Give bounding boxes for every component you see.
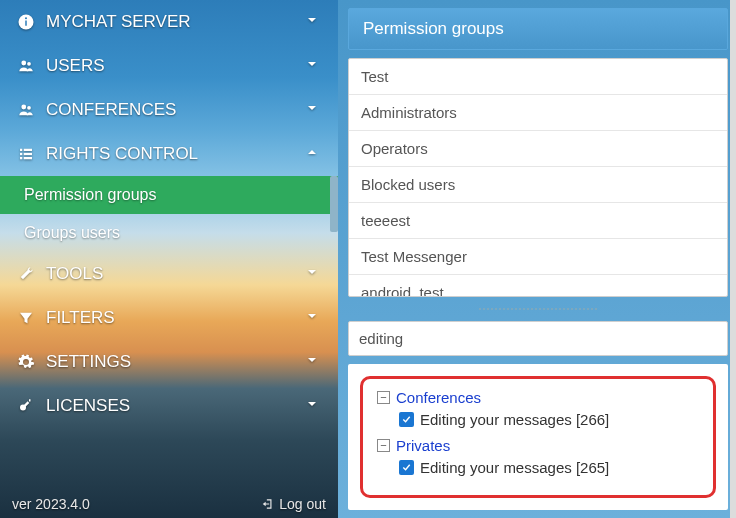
wrench-icon — [14, 265, 38, 283]
info-icon — [14, 13, 38, 31]
users-icon — [14, 101, 38, 119]
users-icon — [14, 57, 38, 75]
tree-group-label[interactable]: Conferences — [396, 389, 481, 406]
chevron-down-icon — [304, 100, 324, 120]
nav-label: RIGHTS CONTROL — [46, 144, 198, 164]
chevron-down-icon — [304, 264, 324, 284]
svg-rect-9 — [20, 153, 22, 155]
nav-filters[interactable]: FILTERS — [0, 296, 338, 340]
nav-rights-control[interactable]: RIGHTS CONTROL — [0, 132, 338, 176]
nav-label: TOOLS — [46, 264, 103, 284]
nav-label: MYCHAT SERVER — [46, 12, 191, 32]
chevron-down-icon — [304, 396, 324, 416]
chevron-down-icon — [304, 308, 324, 328]
chevron-down-icon — [304, 352, 324, 372]
group-row[interactable]: Blocked users — [349, 167, 727, 203]
group-row[interactable]: Operators — [349, 131, 727, 167]
group-row[interactable]: Test Messenger — [349, 239, 727, 275]
list-icon — [14, 145, 38, 163]
tree-item-label: Editing your messages [265] — [420, 459, 609, 476]
highlight-box: − Conferences Editing your messages [266… — [360, 376, 716, 498]
key-icon — [14, 397, 38, 415]
tree-item[interactable]: Editing your messages [265] — [399, 456, 699, 479]
nav-users[interactable]: USERS — [0, 44, 338, 88]
nav-rights-sub: Permission groups Groups users — [0, 176, 338, 252]
svg-point-6 — [27, 106, 31, 110]
resize-handle[interactable] — [348, 305, 728, 313]
group-row[interactable]: Test — [349, 59, 727, 95]
main-content: Permission groups Test Administrators Op… — [338, 0, 736, 518]
group-row[interactable]: Administrators — [349, 95, 727, 131]
nav-settings[interactable]: SETTINGS — [0, 340, 338, 384]
nav-conferences[interactable]: CONFERENCES — [0, 88, 338, 132]
group-row[interactable]: android_test — [349, 275, 727, 297]
version-label: ver 2023.4.0 — [12, 496, 90, 512]
right-scrollbar[interactable] — [730, 0, 736, 518]
collapse-icon[interactable]: − — [377, 391, 390, 404]
tree-item[interactable]: Editing your messages [266] — [399, 408, 699, 431]
nav-mychat-server[interactable]: MYCHAT SERVER — [0, 0, 338, 44]
sub-scrollbar[interactable] — [330, 176, 338, 232]
svg-rect-1 — [25, 21, 27, 26]
sidebar-footer: ver 2023.4.0 Log out — [0, 488, 338, 518]
collapse-icon[interactable]: − — [377, 439, 390, 452]
sidebar-nav: MYCHAT SERVER USERS CONFERENCES RIGHTS C… — [0, 0, 338, 488]
sidebar: MYCHAT SERVER USERS CONFERENCES RIGHTS C… — [0, 0, 338, 518]
sub-groups-users[interactable]: Groups users — [0, 214, 338, 252]
nav-label: SETTINGS — [46, 352, 131, 372]
chevron-down-icon — [304, 12, 324, 32]
checkbox-checked-icon[interactable] — [399, 460, 414, 475]
svg-point-5 — [21, 105, 26, 110]
tree-group-privates: − Privates Editing your messages [265] — [377, 435, 699, 479]
svg-rect-11 — [20, 157, 22, 159]
checkbox-checked-icon[interactable] — [399, 412, 414, 427]
logout-label: Log out — [279, 496, 326, 512]
logout-icon — [261, 497, 275, 511]
permissions-tree: − Conferences Editing your messages [266… — [348, 364, 728, 510]
filter-icon — [14, 309, 38, 327]
tree-group-label[interactable]: Privates — [396, 437, 450, 454]
chevron-up-icon — [304, 144, 324, 164]
svg-point-4 — [27, 62, 31, 66]
panel-header: Permission groups — [348, 8, 728, 50]
nav-tools[interactable]: TOOLS — [0, 252, 338, 296]
svg-rect-14 — [23, 401, 29, 407]
group-row[interactable]: teeeest — [349, 203, 727, 239]
tree-group-conferences: − Conferences Editing your messages [266… — [377, 387, 699, 431]
svg-rect-10 — [24, 153, 32, 155]
nav-label: LICENSES — [46, 396, 130, 416]
sub-permission-groups[interactable]: Permission groups — [0, 176, 338, 214]
gear-icon — [14, 353, 38, 371]
tree-item-label: Editing your messages [266] — [420, 411, 609, 428]
svg-rect-12 — [24, 157, 32, 159]
nav-label: CONFERENCES — [46, 100, 176, 120]
search-input[interactable] — [359, 330, 717, 347]
svg-point-3 — [21, 61, 26, 66]
nav-label: USERS — [46, 56, 105, 76]
groups-list: Test Administrators Operators Blocked us… — [348, 58, 728, 297]
search-box[interactable] — [348, 321, 728, 356]
svg-rect-7 — [20, 149, 22, 151]
nav-label: FILTERS — [46, 308, 115, 328]
svg-point-2 — [25, 17, 27, 19]
logout-link[interactable]: Log out — [261, 496, 326, 512]
svg-rect-15 — [29, 399, 31, 401]
chevron-down-icon — [304, 56, 324, 76]
svg-rect-8 — [24, 149, 32, 151]
nav-licenses[interactable]: LICENSES — [0, 384, 338, 428]
